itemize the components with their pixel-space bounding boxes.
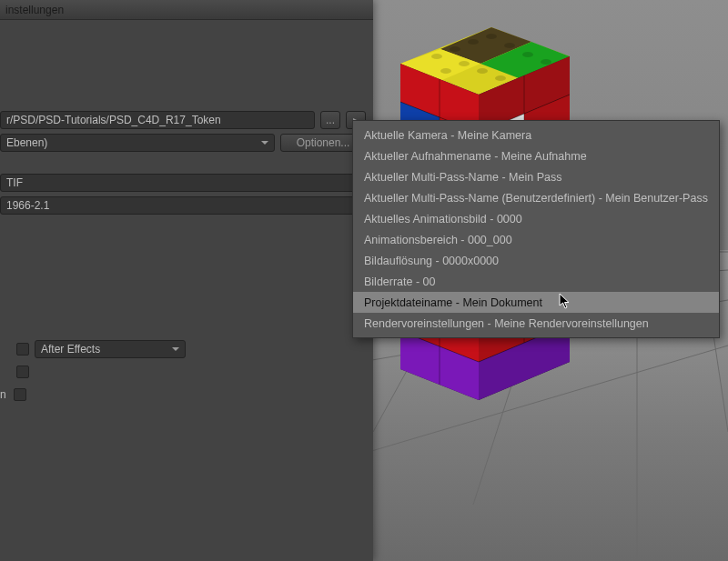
menu-item-label: Rendervoreinstellungen - Meine Rendervor…: [364, 317, 649, 330]
svg-point-18: [541, 59, 551, 65]
svg-point-19: [459, 61, 470, 66]
menu-item-label: Bildauflösung - 0000x0000: [364, 255, 499, 267]
menu-item-project[interactable]: Projektdateiname - Mein Dokument: [353, 292, 719, 313]
path-value: r/PSD/PSD-Tutorials/PSD_C4D_R17_Token: [6, 114, 221, 126]
svg-point-16: [504, 43, 515, 48]
layers-dropdown[interactable]: Ebenen): [0, 134, 275, 152]
panel-content: r/PSD/PSD-Tutorials/PSD_C4D_R17_Token ..…: [0, 20, 373, 415]
titlebar[interactable]: instellungen: [0, 0, 373, 20]
browse-button[interactable]: ...: [320, 111, 340, 129]
checkbox-3[interactable]: [14, 388, 26, 401]
svg-point-15: [486, 34, 497, 39]
menu-item-take[interactable]: Aktueller Aufnahmename - Meine Aufnahme: [353, 145, 719, 166]
menu-item-label: Aktuelle Kamera - Meine Kamera: [364, 129, 531, 142]
svg-point-22: [440, 68, 451, 74]
menu-item-label: Animationsbereich - 000_000: [364, 234, 512, 246]
menu-item-multipass[interactable]: Aktueller Multi-Pass-Name - Mein Pass: [353, 166, 719, 187]
menu-item-renderset[interactable]: Rendervoreinstellungen - Meine Rendervor…: [353, 313, 719, 334]
menu-item-frame[interactable]: Aktuelles Animationsbild - 0000: [353, 208, 719, 229]
settings-panel: instellungen r/PSD/PSD-Tutorials/PSD_C4D…: [0, 0, 373, 561]
checkbox-2[interactable]: [16, 366, 29, 378]
colorspace-field[interactable]: 1966-2.1: [0, 196, 366, 215]
svg-point-14: [468, 39, 479, 45]
menu-item-resolution[interactable]: Bildauflösung - 0000x0000: [353, 250, 719, 271]
path-field[interactable]: r/PSD/PSD-Tutorials/PSD_C4D_R17_Token: [0, 111, 315, 129]
menu-item-multipass-user[interactable]: Aktueller Multi-Pass-Name (Benutzerdefin…: [353, 187, 719, 208]
menu-item-label: Projektdateiname - Mein Dokument: [364, 296, 542, 309]
colorspace-value: 1966-2.1: [6, 199, 49, 212]
format-dropdown[interactable]: TIF: [0, 174, 366, 192]
svg-point-20: [477, 68, 488, 74]
row-label-n: n: [0, 388, 4, 401]
checkbox-1[interactable]: [16, 343, 29, 356]
menu-item-label: Aktueller Aufnahmename - Meine Aufnahme: [364, 150, 587, 163]
format-value: TIF: [6, 176, 23, 189]
token-context-menu: Aktuelle Kamera - Meine Kamera Aktueller…: [352, 120, 720, 338]
menu-item-framerange[interactable]: Animationsbereich - 000_000: [353, 229, 719, 250]
menu-item-label: Aktueller Multi-Pass-Name (Benutzerdefin…: [364, 192, 708, 205]
compositing-value: After Effects: [41, 343, 100, 356]
options-label: Optionen...: [297, 136, 350, 149]
layers-value: Ebenen): [6, 136, 47, 149]
compositing-dropdown[interactable]: After Effects: [35, 340, 186, 358]
svg-point-17: [522, 52, 533, 57]
menu-item-label: Aktueller Multi-Pass-Name - Mein Pass: [364, 171, 561, 184]
window-title: instellungen: [5, 4, 64, 16]
svg-point-12: [431, 54, 442, 59]
menu-item-label: Bilderrate - 00: [364, 275, 436, 288]
menu-item-camera[interactable]: Aktuelle Kamera - Meine Kamera: [353, 125, 719, 145]
menu-item-fps[interactable]: Bilderrate - 00: [353, 271, 719, 292]
browse-label: ...: [326, 114, 335, 126]
cursor-icon: [559, 293, 571, 313]
svg-point-13: [450, 46, 460, 52]
svg-point-21: [495, 75, 506, 81]
menu-item-label: Aktuelles Animationsbild - 0000: [364, 213, 522, 225]
